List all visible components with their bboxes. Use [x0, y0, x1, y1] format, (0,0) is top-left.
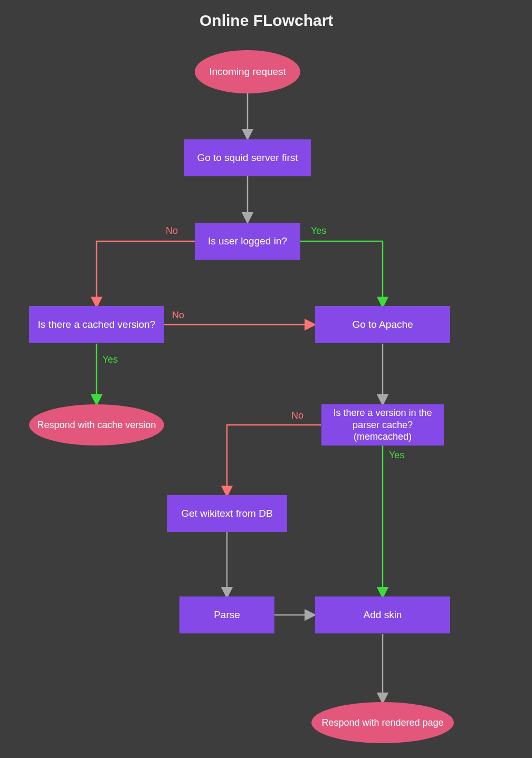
- connector-layer: [0, 0, 532, 758]
- flowchart-canvas: Online FLowchart: [0, 0, 532, 758]
- label-parser-yes: Yes: [389, 450, 404, 461]
- node-parser-cache: Is there a version in the parser cache? …: [321, 404, 444, 446]
- node-parse: Parse: [179, 596, 274, 633]
- node-respond-rendered: Respond with rendered page: [311, 702, 454, 743]
- label-parser-no: No: [291, 410, 303, 421]
- node-cached-version: Is there a cached version?: [29, 306, 164, 343]
- node-respond-cache: Respond with cache version: [29, 404, 164, 446]
- node-go-to-squid: Go to squid server first: [184, 139, 311, 176]
- node-incoming-request: Incoming request: [195, 50, 300, 93]
- node-user-logged-in: Is user logged in?: [195, 223, 300, 260]
- node-add-skin: Add skin: [315, 596, 450, 633]
- label-cached-yes: Yes: [102, 354, 118, 365]
- label-logged-in-no: No: [166, 225, 178, 236]
- node-get-wikitext: Get wikitext from DB: [167, 495, 287, 532]
- node-go-to-apache: Go to Apache: [315, 306, 450, 343]
- page-title: Online FLowchart: [200, 12, 333, 30]
- label-logged-in-yes: Yes: [311, 225, 326, 236]
- label-cached-no: No: [172, 310, 184, 321]
